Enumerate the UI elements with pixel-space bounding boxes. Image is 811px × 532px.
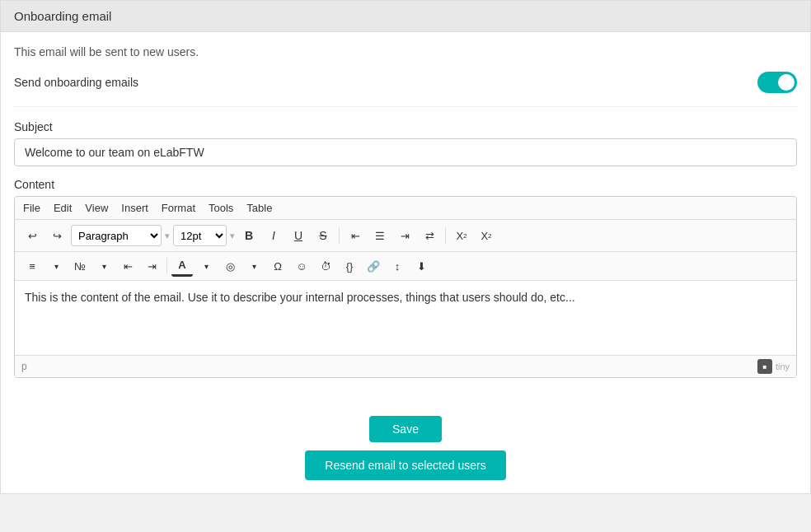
toggle-label: Send onboarding emails <box>14 76 138 89</box>
indent-button[interactable]: ⇥ <box>141 255 162 277</box>
align-justify-button[interactable]: ⇄ <box>419 225 440 246</box>
italic-button[interactable]: I <box>263 225 284 246</box>
menu-table[interactable]: Table <box>246 202 272 214</box>
code-button[interactable]: {} <box>339 255 360 277</box>
description-text: This email will be sent to new users. <box>14 45 797 58</box>
highlight-chevron[interactable]: ▾ <box>243 255 265 277</box>
button-row: Save Resend email to selected users <box>1 403 810 493</box>
superscript-button[interactable]: X2 <box>451 225 472 246</box>
tiny-brand: tiny <box>776 362 790 371</box>
card-title: Onboarding email <box>14 9 111 23</box>
redo-button[interactable]: ↪ <box>46 225 68 246</box>
subject-label: Subject <box>14 120 797 133</box>
export-button[interactable]: ⬇ <box>410 255 432 277</box>
editor-path: p <box>21 361 27 372</box>
send-onboarding-toggle[interactable] <box>757 72 797 93</box>
tinymce-logo: ■ tiny <box>757 359 790 374</box>
editor-footer: p ■ tiny <box>15 355 796 377</box>
align-left-button[interactable]: ⇤ <box>345 225 366 246</box>
font-size-select[interactable]: 12pt <box>173 225 227 246</box>
menu-tools[interactable]: Tools <box>209 202 233 214</box>
subject-group: Subject <box>14 120 797 166</box>
toolbar-divider-3 <box>166 258 167 274</box>
menu-view[interactable]: View <box>85 202 108 214</box>
strikethrough-button[interactable]: S <box>312 225 334 246</box>
undo-button[interactable]: ↩ <box>21 225 43 246</box>
font-color-button[interactable]: A <box>171 255 193 277</box>
font-color-chevron[interactable]: ▾ <box>195 255 217 277</box>
unordered-list-chevron[interactable]: ▾ <box>45 255 67 277</box>
underline-button[interactable]: U <box>288 225 309 246</box>
time-button[interactable]: ⏱ <box>315 255 336 277</box>
editor-text: This is the content of the email. Use it… <box>25 291 575 304</box>
subscript-button[interactable]: X2 <box>476 225 497 246</box>
toggle-slider <box>757 72 797 93</box>
subject-input[interactable] <box>14 138 797 166</box>
toggle-row: Send onboarding emails <box>14 72 797 107</box>
content-group: Content File Edit View Insert Format Too… <box>14 178 797 378</box>
ordered-list-chevron[interactable]: ▾ <box>93 255 115 277</box>
menu-file[interactable]: File <box>23 202 40 214</box>
save-button[interactable]: Save <box>369 416 442 442</box>
emoji-button[interactable]: ☺ <box>291 255 312 277</box>
editor-content-area[interactable]: This is the content of the email. Use it… <box>15 281 796 355</box>
ordered-list-button[interactable]: № <box>69 255 91 277</box>
editor-toolbar-2: ≡ ▾ № ▾ ⇤ ⇥ A ▾ ◎ ▾ Ω ☺ ⏱ {} <box>15 252 796 281</box>
editor-container: File Edit View Insert Format Tools Table… <box>14 196 797 378</box>
outdent-button[interactable]: ⇤ <box>117 255 138 277</box>
bold-button[interactable]: B <box>238 225 260 246</box>
resend-button[interactable]: Resend email to selected users <box>305 450 505 480</box>
toolbar-divider-2 <box>445 227 446 244</box>
editor-toolbar-1: ↩ ↪ Paragraph ▾ 12pt ▾ B I U S <box>15 220 796 252</box>
editor-menubar: File Edit View Insert Format Tools Table <box>15 197 796 220</box>
menu-format[interactable]: Format <box>162 202 195 214</box>
menu-insert[interactable]: Insert <box>121 202 148 214</box>
card-header: Onboarding email <box>1 1 810 32</box>
align-center-button[interactable]: ☰ <box>369 225 391 246</box>
special-chars-button[interactable]: Ω <box>267 255 288 277</box>
card-body: This email will be sent to new users. Se… <box>1 32 810 403</box>
highlight-button[interactable]: ◎ <box>219 255 241 277</box>
paragraph-format-select[interactable]: Paragraph <box>71 225 162 246</box>
unordered-list-button[interactable]: ≡ <box>21 255 43 277</box>
link-button[interactable]: 🔗 <box>363 255 384 277</box>
sort-button[interactable]: ↕ <box>387 255 408 277</box>
content-label: Content <box>14 178 797 191</box>
tiny-icon: ■ <box>757 359 772 374</box>
toolbar-divider-1 <box>339 227 340 244</box>
menu-edit[interactable]: Edit <box>54 202 72 214</box>
align-right-button[interactable]: ⇥ <box>394 225 415 246</box>
